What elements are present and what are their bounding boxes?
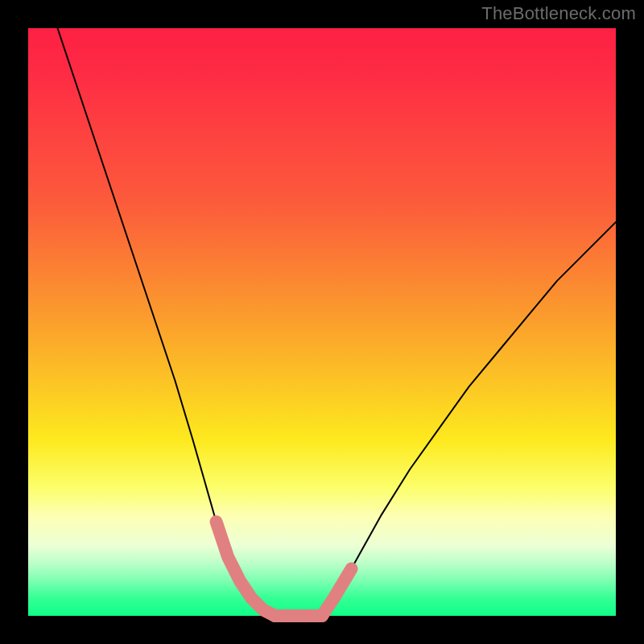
chart-frame: TheBottleneck.com: [0, 0, 644, 644]
series-right-curve: [322, 222, 616, 616]
series-left-marker-band: [217, 522, 275, 616]
chart-svg: [28, 28, 616, 616]
series-right-marker-band: [322, 569, 352, 616]
series-left-curve: [58, 28, 275, 616]
watermark-text: TheBottleneck.com: [481, 3, 636, 24]
